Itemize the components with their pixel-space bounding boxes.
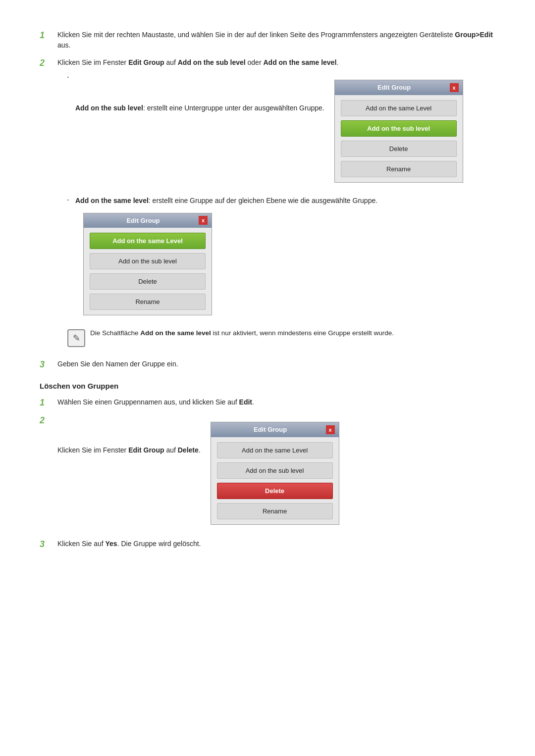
step-2-text-mid: auf (164, 58, 178, 66)
step-2-text-mid2: oder (246, 58, 264, 66)
dialog-2-title: Edit Group (88, 216, 199, 226)
dialog-1-btn2[interactable]: Add on the sub level (341, 120, 457, 137)
dialog-2-btn4[interactable]: Rename (90, 294, 206, 310)
note-icon: ✎ (67, 329, 85, 347)
dialog-2-wrapper: Edit Group x Add on the same Level Add o… (83, 213, 212, 316)
delete-step-1-bold: Edit (239, 398, 252, 406)
bullet-sub-level-content: Add on the sub level: erstellt eine Unte… (75, 73, 495, 190)
dialog-1: Edit Group x Add on the same Level Add o… (334, 80, 463, 183)
delete-step-2-end: . (199, 446, 201, 454)
step-2-bold1: Edit Group (128, 58, 164, 66)
delete-step-3-end: . Die Gruppe wird gelöscht. (117, 540, 201, 548)
step-3-number: 3 (40, 359, 57, 370)
bullet-same-level-content: Add on the same level: erstellt eine Gru… (75, 196, 495, 323)
section-delete-heading: Löschen von Gruppen (40, 382, 495, 390)
dialog-3-btn3[interactable]: Delete (217, 483, 333, 499)
dialog-1-btn1[interactable]: Add on the same Level (341, 100, 457, 116)
note-text-end: ist nur aktiviert, wenn mindestens eine … (211, 329, 394, 337)
delete-step-2-number: 2 (40, 415, 57, 426)
step-1: 1 Klicken Sie mit der rechten Maustaste,… (40, 30, 495, 50)
dialog-3: Edit Group x Add on the same Level Add o… (211, 422, 339, 525)
bullet-same-level: • Add on the same level: erstellt eine G… (67, 196, 495, 323)
delete-step-3-bold: Yes (106, 540, 117, 548)
delete-step-3-plain: Klicken Sie auf (57, 540, 106, 548)
delete-step-1-text: Wählen Sie einen Gruppennamen aus, und k… (57, 397, 495, 407)
dialog-3-titlebar: Edit Group x (211, 422, 339, 437)
step-2-bold2: Add on the sub level (178, 58, 246, 66)
dialog-3-close[interactable]: x (326, 425, 335, 434)
dialog-1-wrapper: Edit Group x Add on the same Level Add o… (334, 80, 463, 183)
dialog-2-body: Add on the same Level Add on the sub lev… (84, 228, 212, 315)
dialog-1-btn4[interactable]: Rename (341, 161, 457, 177)
note-text-plain: Die Schaltfläche (90, 329, 140, 337)
bullet-same-level-text: : erstellt eine Gruppe auf der gleichen … (149, 197, 377, 204)
delete-step-2: 2 Klicken Sie im Fenster Edit Group auf … (40, 415, 495, 532)
dialog-3-title: Edit Group (215, 425, 326, 435)
step-1-bold: Group>Edit (455, 31, 493, 39)
delete-step-2-bold2: Delete (178, 446, 199, 454)
dialog-3-body: Add on the same Level Add on the sub lev… (211, 437, 339, 524)
dialog-3-btn1[interactable]: Add on the same Level (217, 442, 333, 458)
dialog-2-btn3[interactable]: Delete (90, 273, 206, 290)
dialog-1-titlebar: Edit Group x (335, 80, 463, 95)
delete-step-3-number: 3 (40, 539, 57, 550)
step-2-text-plain: Klicken Sie im Fenster (57, 58, 128, 66)
bullet-sub-level-label: Add on the sub level (75, 104, 143, 112)
delete-step-2-text: Klicken Sie im Fenster Edit Group auf De… (57, 415, 495, 532)
delete-step-2-mid: auf (164, 446, 178, 454)
note-box: ✎ Die Schaltfläche Add on the same level… (67, 328, 495, 347)
step-2-text: Klicken Sie im Fenster Edit Group auf Ad… (57, 57, 495, 352)
delete-step-3: 3 Klicken Sie auf Yes. Die Gruppe wird g… (40, 539, 495, 550)
delete-step-1-end: . (252, 398, 254, 406)
step-2-bold3: Add on the same level (263, 58, 336, 66)
step-1-text-plain: Klicken Sie mit der rechten Maustaste, u… (57, 31, 455, 39)
step-2-text-end: . (336, 58, 338, 66)
bullet-sub-level: • Add on the sub level: erstellt eine Un… (67, 73, 495, 190)
dialog-3-btn2[interactable]: Add on the sub level (217, 462, 333, 479)
dialog-1-body: Add on the same Level Add on the sub lev… (335, 95, 463, 182)
delete-step-2-bold1: Edit Group (128, 446, 164, 454)
dialog-2-btn2[interactable]: Add on the sub level (90, 253, 206, 269)
dialog-1-btn3[interactable]: Delete (341, 141, 457, 157)
dialog-2-close[interactable]: x (199, 216, 208, 225)
delete-step-1-plain: Wählen Sie einen Gruppennamen aus, und k… (57, 398, 239, 406)
delete-step-3-text: Klicken Sie auf Yes. Die Gruppe wird gel… (57, 539, 495, 549)
bullet-dot-1: • (67, 74, 75, 80)
step-3-text: Geben Sie den Namen der Gruppe ein. (57, 359, 495, 369)
dialog-2: Edit Group x Add on the same Level Add o… (83, 213, 212, 316)
dialog-2-btn1[interactable]: Add on the same Level (90, 233, 206, 249)
delete-step-1: 1 Wählen Sie einen Gruppennamen aus, und… (40, 397, 495, 408)
step-1-text-end: aus. (57, 41, 70, 49)
bullet-list-1: • Add on the sub level: erstellt eine Un… (67, 73, 495, 322)
delete-step-2-plain: Klicken Sie im Fenster (57, 446, 128, 454)
step-1-text: Klicken Sie mit der rechten Maustaste, u… (57, 30, 495, 50)
bullet-sub-level-text: : erstellt eine Untergruppe unter der au… (143, 104, 324, 112)
bullet-same-level-label: Add on the same level (75, 197, 149, 204)
step-2-number: 2 (40, 58, 57, 68)
dialog-2-titlebar: Edit Group x (84, 213, 212, 228)
step-1-number: 1 (40, 30, 57, 41)
dialog-3-btn4[interactable]: Rename (217, 503, 333, 519)
step-2: 2 Klicken Sie im Fenster Edit Group auf … (40, 57, 495, 352)
note-text-bold: Add on the same level (140, 329, 211, 337)
note-text: Die Schaltfläche Add on the same level i… (90, 328, 495, 338)
bullet-dot-2: • (67, 197, 75, 203)
dialog-1-title: Edit Group (339, 83, 450, 93)
dialog-1-close[interactable]: x (450, 83, 459, 92)
delete-step-1-number: 1 (40, 398, 57, 408)
step-3: 3 Geben Sie den Namen der Gruppe ein. (40, 359, 495, 370)
dialog-3-wrapper: Edit Group x Add on the same Level Add o… (211, 422, 339, 525)
